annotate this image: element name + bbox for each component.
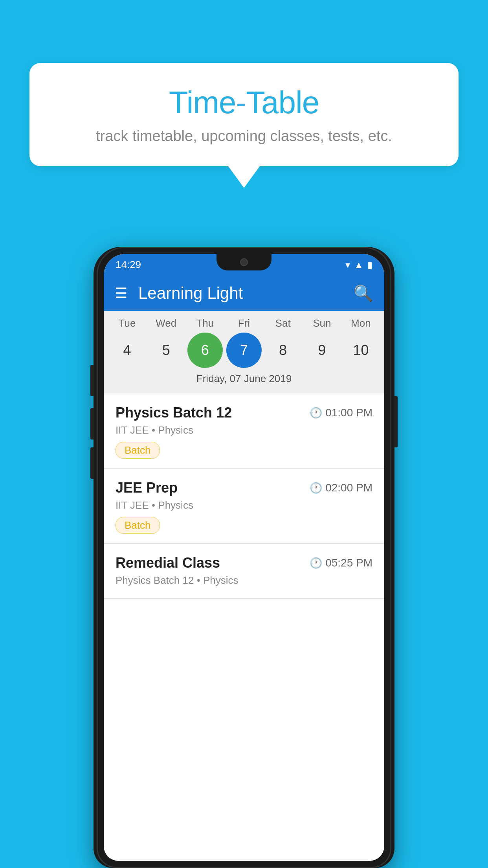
- bubble-tail: [228, 166, 260, 188]
- wifi-icon: ▾: [345, 259, 350, 270]
- calendar-strip: Tue Wed Thu Fri Sat Sun Mon 4 5 6 7 8 9 …: [104, 311, 384, 394]
- schedule-list: Physics Batch 12 🕐 01:00 PM IIT JEE • Ph…: [104, 394, 384, 861]
- schedule-item-3-time-value: 05:25 PM: [325, 557, 372, 569]
- schedule-item-2-title: JEE Prep: [116, 480, 178, 496]
- screen-content: 14:29 ▾ ▲ ▮ ☰ Learning Light 🔍 Tue Wed T…: [104, 254, 384, 861]
- day-wed: Wed: [149, 317, 184, 329]
- status-icons: ▾ ▲ ▮: [345, 259, 372, 270]
- schedule-item-2-time: 🕐 02:00 PM: [310, 482, 372, 494]
- days-row: Tue Wed Thu Fri Sat Sun Mon: [104, 317, 384, 329]
- schedule-item-3-header: Remedial Class 🕐 05:25 PM: [116, 555, 372, 571]
- schedule-item-1-title: Physics Batch 12: [116, 405, 232, 421]
- schedule-item-3-time: 🕐 05:25 PM: [310, 557, 372, 569]
- day-sat: Sat: [265, 317, 301, 329]
- speech-bubble: Time-Table track timetable, upcoming cla…: [29, 63, 459, 166]
- date-10[interactable]: 10: [343, 333, 378, 368]
- date-8[interactable]: 8: [265, 333, 301, 368]
- dates-row[interactable]: 4 5 6 7 8 9 10: [104, 333, 384, 368]
- speech-bubble-section: Time-Table track timetable, upcoming cla…: [29, 63, 459, 188]
- day-tue: Tue: [110, 317, 145, 329]
- battery-icon: ▮: [367, 259, 372, 270]
- date-7-selected[interactable]: 7: [226, 333, 262, 368]
- schedule-item-1-time: 🕐 01:00 PM: [310, 406, 372, 419]
- batch-tag-1: Batch: [116, 442, 160, 459]
- date-4[interactable]: 4: [110, 333, 145, 368]
- schedule-item-3-title: Remedial Class: [116, 555, 220, 571]
- clock-icon-1: 🕐: [310, 407, 322, 419]
- day-sun: Sun: [304, 317, 339, 329]
- clock-icon-3: 🕐: [310, 557, 322, 569]
- phone-screen: 14:29 ▾ ▲ ▮ ☰ Learning Light 🔍 Tue Wed T…: [104, 254, 384, 861]
- schedule-item-2[interactable]: JEE Prep 🕐 02:00 PM IIT JEE • Physics Ba…: [104, 469, 384, 544]
- signal-icon: ▲: [354, 259, 363, 270]
- camera: [240, 258, 248, 266]
- date-5[interactable]: 5: [149, 333, 184, 368]
- schedule-item-2-header: JEE Prep 🕐 02:00 PM: [116, 480, 372, 496]
- day-thu: Thu: [187, 317, 223, 329]
- status-time: 14:29: [116, 259, 141, 271]
- schedule-item-2-subtitle: IIT JEE • Physics: [116, 499, 372, 511]
- bubble-title: Time-Table: [53, 85, 435, 121]
- schedule-item-1[interactable]: Physics Batch 12 🕐 01:00 PM IIT JEE • Ph…: [104, 394, 384, 469]
- app-bar: ☰ Learning Light 🔍: [104, 276, 384, 311]
- schedule-item-2-time-value: 02:00 PM: [325, 482, 372, 494]
- date-6-today[interactable]: 6: [187, 333, 223, 368]
- search-icon[interactable]: 🔍: [354, 284, 373, 303]
- schedule-item-1-time-value: 01:00 PM: [325, 406, 372, 419]
- phone-notch: [216, 254, 272, 270]
- schedule-item-1-header: Physics Batch 12 🕐 01:00 PM: [116, 405, 372, 421]
- selected-date-label: Friday, 07 June 2019: [104, 373, 384, 390]
- schedule-item-1-subtitle: IIT JEE • Physics: [116, 424, 372, 436]
- batch-tag-2: Batch: [116, 517, 160, 534]
- bubble-subtitle: track timetable, upcoming classes, tests…: [53, 128, 435, 145]
- day-mon: Mon: [343, 317, 378, 329]
- date-9[interactable]: 9: [304, 333, 339, 368]
- hamburger-icon[interactable]: ☰: [115, 285, 127, 302]
- schedule-item-3-subtitle: Physics Batch 12 • Physics: [116, 574, 372, 587]
- app-bar-title: Learning Light: [138, 284, 343, 303]
- day-fri: Fri: [226, 317, 262, 329]
- schedule-item-3[interactable]: Remedial Class 🕐 05:25 PM Physics Batch …: [104, 544, 384, 599]
- clock-icon-2: 🕐: [310, 482, 322, 494]
- phone-frame: 14:29 ▾ ▲ ▮ ☰ Learning Light 🔍 Tue Wed T…: [97, 247, 391, 868]
